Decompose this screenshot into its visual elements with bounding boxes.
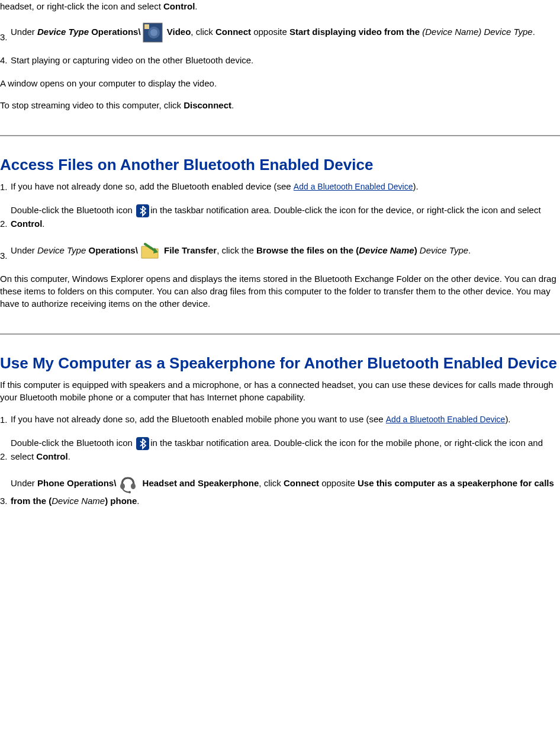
- intro-paragraph: If this computer is equipped with speake…: [0, 378, 560, 403]
- bluetooth-icon: [136, 437, 149, 450]
- list-item-2: 2. Double-click the Bluetooth icon in th…: [0, 437, 560, 463]
- heading-speakerphone: Use My Computer as a Speakerphone for An…: [0, 352, 560, 374]
- list-number: 1.: [0, 181, 11, 193]
- list-number: 3.: [0, 31, 11, 43]
- list-item-3-video: 3. Under Device Type Operations\ Video, …: [0, 22, 560, 43]
- list-item-3-headset: 3. Under Phone Operations\ Headset and S…: [0, 473, 560, 507]
- list-number: 3.: [0, 249, 11, 262]
- list-number: 1.: [0, 413, 11, 426]
- paragraph: To stop streaming video to this computer…: [0, 99, 560, 111]
- paragraph: On this computer, Windows Explorer opens…: [0, 272, 560, 310]
- file-transfer-icon: [139, 240, 160, 262]
- headset-icon: [117, 473, 139, 495]
- list-number: 4.: [0, 54, 11, 66]
- list-item-1: 1. If you have not already done so, add …: [0, 180, 560, 193]
- list-body: Under Device Type Operations\ File Trans…: [11, 240, 560, 262]
- list-body: Under Device Type Operations\ Video, cli…: [11, 22, 560, 43]
- video-icon: [142, 22, 163, 43]
- list-body: If you have not already done so, add the…: [11, 180, 560, 193]
- section-divider: [0, 135, 560, 136]
- bluetooth-icon: [136, 204, 149, 217]
- svg-point-9: [128, 491, 131, 493]
- list-body: Under Phone Operations\ Headset and Spea…: [11, 473, 560, 507]
- list-number: 2.: [0, 217, 11, 230]
- svg-point-2: [150, 29, 157, 36]
- link-add-device[interactable]: Add a Bluetooth Enabled Device: [294, 182, 413, 191]
- list-body: Double-click the Bluetooth icon in the t…: [11, 437, 560, 463]
- section-divider: [0, 333, 560, 335]
- list-item-2: 2. Double-click the Bluetooth icon in th…: [0, 204, 560, 230]
- list-item-3-file: 3. Under Device Type Operations\ File Tr…: [0, 240, 560, 262]
- list-body: Start playing or capturing video on the …: [11, 54, 560, 66]
- list-item-4: 4. Start playing or capturing video on t…: [0, 54, 560, 66]
- link-add-device[interactable]: Add a Bluetooth Enabled Device: [386, 415, 506, 424]
- list-body: If you have not already done so, add the…: [11, 413, 560, 426]
- paragraph: A window opens on your computer to displ…: [0, 77, 560, 89]
- list-number: 2.: [0, 450, 11, 463]
- svg-point-7: [120, 483, 125, 489]
- svg-point-8: [131, 483, 136, 489]
- list-item-1: 1. If you have not already done so, add …: [0, 413, 560, 426]
- list-body: Double-click the Bluetooth icon in the t…: [11, 204, 560, 230]
- heading-access-files: Access Files on Another Bluetooth Enable…: [0, 154, 560, 175]
- svg-rect-3: [144, 24, 149, 29]
- list-number: 3.: [0, 495, 11, 507]
- top-fragment: headset, or right-click the icon and sel…: [0, 0, 560, 12]
